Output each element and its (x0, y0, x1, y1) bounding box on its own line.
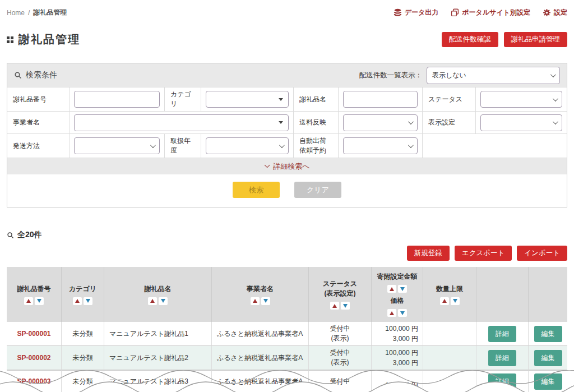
status-select[interactable] (480, 91, 562, 108)
reward-code-link[interactable]: SP-000003 (17, 377, 50, 385)
price-value: 3,000 円 (393, 358, 418, 368)
status-label: ステータス (422, 87, 475, 111)
sort-desc-button[interactable] (398, 285, 407, 293)
sort-down-icon (37, 299, 41, 303)
sort-up-icon (150, 299, 155, 303)
sort-desc-button[interactable] (84, 297, 92, 305)
edit-button[interactable]: 編集 (534, 350, 562, 366)
shipping-method-select[interactable] (74, 137, 160, 154)
breadcrumb-home-link[interactable]: Home (7, 9, 25, 17)
search-actions: 検索 クリア (7, 174, 567, 207)
sort-asc-button[interactable] (330, 302, 339, 310)
grid-icon (7, 36, 13, 43)
chevron-down-icon (408, 119, 414, 124)
advanced-search-label: 詳細検索へ (273, 162, 309, 172)
cell-code: SP-000001 (7, 322, 61, 346)
reward-code-link[interactable]: SP-000001 (17, 330, 50, 338)
amount-value: 100,000 円 (385, 324, 418, 334)
chevron-down-icon (150, 142, 156, 148)
import-button[interactable]: インポート (517, 246, 567, 261)
register-new-button[interactable]: 新規登録 (407, 246, 450, 261)
sort-asc-button[interactable] (387, 285, 396, 293)
cell-category: 未分類 (61, 370, 104, 392)
sort-desc-button[interactable] (341, 302, 350, 310)
delivery-count-display-select[interactable]: 表示しない (427, 67, 560, 84)
detail-button[interactable]: 詳細 (488, 326, 516, 342)
sort-asc-button[interactable] (148, 297, 157, 305)
sort-asc-button[interactable] (251, 297, 260, 305)
cell-status: 受付中 (308, 370, 371, 392)
column-header-detail (476, 267, 528, 322)
portal-site-settings-link[interactable]: ポータルサイト別設定 (451, 8, 530, 17)
cell-detail: 詳細 (476, 346, 528, 370)
sort-up-icon (75, 299, 80, 303)
sort-asc-button[interactable] (387, 309, 396, 317)
reward-number-label: 謝礼品番号 (7, 87, 69, 111)
display-setting-select[interactable] (480, 114, 562, 131)
chevron-down-icon (265, 162, 270, 168)
sort-desc-button[interactable] (261, 297, 270, 305)
shipping-reflect-select[interactable] (343, 114, 418, 131)
data-export-label: データ出力 (405, 8, 439, 17)
sort-controls (330, 302, 350, 310)
column-label: 寄附設定金額 (377, 272, 418, 282)
cell-provider: ふるさと納税返礼品事業者A (211, 346, 308, 370)
database-icon (394, 8, 402, 17)
sort-controls (73, 297, 92, 305)
sort-controls (440, 297, 460, 305)
advanced-search-toggle[interactable]: 詳細検索へ (7, 158, 567, 174)
edit-button[interactable]: 編集 (534, 326, 562, 342)
table-header-row: 謝礼品番号 カテゴリ 謝礼品名 (7, 267, 567, 322)
reward-name-input[interactable] (343, 91, 418, 108)
column-label: 数量上限 (436, 284, 463, 294)
category-select[interactable] (206, 91, 289, 108)
dropdown-arrow-icon (279, 98, 283, 101)
status-cell (475, 87, 567, 111)
cell-provider: ふるさと納税返礼品事業者A (211, 370, 308, 392)
sort-up-icon (390, 287, 394, 291)
chevron-down-icon (553, 96, 558, 102)
sort-asc-button[interactable] (24, 297, 33, 305)
table-row: SP-000001 未分類 マニュアルテスト謝礼品1 ふるさと納税返礼品事業者A… (7, 322, 567, 346)
sort-asc-button[interactable] (73, 297, 82, 305)
shipping-reflect-label: 送料反映 (293, 111, 338, 133)
cell-amount-price: 100,000 円 (371, 370, 423, 392)
settings-label: 設定 (554, 8, 567, 17)
auto-shipping-select[interactable] (343, 137, 418, 154)
cell-name: マニュアルテスト謝礼品3 (104, 370, 211, 392)
provider-select[interactable] (74, 114, 289, 131)
search-button[interactable]: 検索 (233, 182, 280, 198)
cell-code: SP-000003 (7, 370, 61, 392)
fiscal-year-select[interactable] (206, 137, 289, 154)
delivery-count-display-value: 表示しない (432, 71, 466, 80)
sort-desc-button[interactable] (159, 297, 168, 305)
sort-desc-button[interactable] (451, 297, 460, 305)
reward-application-manage-button[interactable]: 謝礼品申請管理 (504, 32, 568, 47)
detail-button[interactable]: 詳細 (488, 373, 516, 390)
settings-link[interactable]: 設定 (543, 8, 567, 17)
reward-number-input[interactable] (74, 91, 160, 108)
sort-up-icon (253, 299, 257, 303)
search-conditions-label: 検索条件 (26, 70, 57, 80)
detail-button[interactable]: 詳細 (488, 350, 516, 366)
sort-asc-button[interactable] (440, 297, 449, 305)
clear-button[interactable]: クリア (294, 182, 341, 198)
sort-up-icon (442, 299, 447, 303)
display-setting-cell (475, 111, 567, 133)
auto-shipping-label: 自動出荷依頼予約 (293, 133, 338, 158)
column-header-code: 謝礼品番号 (7, 267, 61, 322)
table-row: SP-000003 未分類 マニュアルテスト謝礼品3 ふるさと納税返礼品事業者A… (7, 370, 567, 392)
search-icon (14, 71, 22, 79)
delivery-count-check-button[interactable]: 配送件数確認 (442, 32, 498, 47)
provider-label: 事業者名 (7, 111, 69, 133)
sort-desc-button[interactable] (398, 309, 407, 317)
edit-button[interactable]: 編集 (534, 373, 562, 390)
results-count-label: 全20件 (17, 230, 42, 240)
column-label: カテゴリ (69, 284, 96, 294)
export-button[interactable]: エクスポート (455, 246, 512, 261)
sort-desc-button[interactable] (35, 297, 44, 305)
page: Home / 謝礼品管理 データ出力 ポータルサイト別設定 (0, 0, 574, 392)
reward-code-link[interactable]: SP-000002 (17, 354, 50, 362)
page-title: 謝礼品管理 (7, 32, 80, 47)
data-export-link[interactable]: データ出力 (394, 8, 439, 17)
